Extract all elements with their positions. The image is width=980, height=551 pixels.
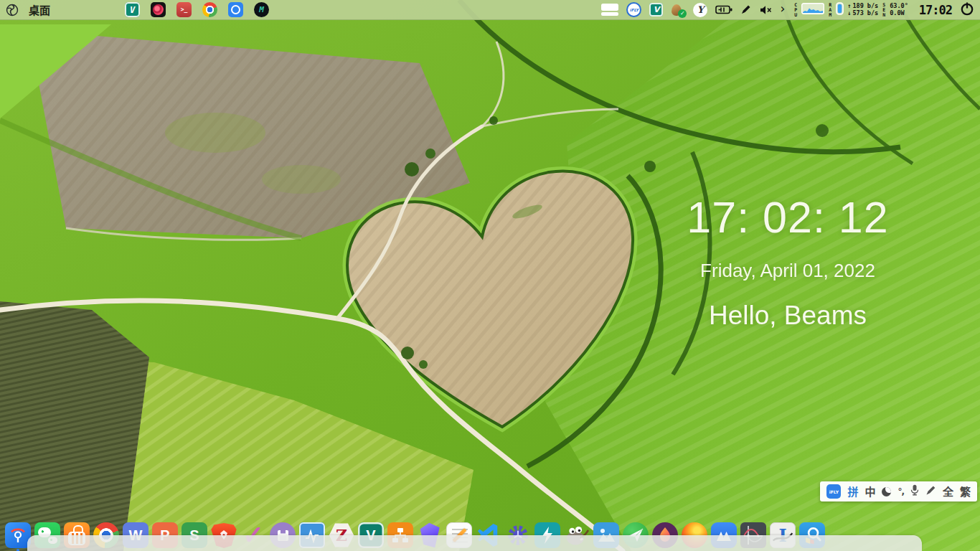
clock-greeting: Hello, Beams xyxy=(666,301,910,331)
sensor-label: SEN xyxy=(882,2,886,17)
top-panel: 桌面 V >_ M iFLY V ✓ Y › xyxy=(0,0,980,20)
tray-expand-icon[interactable]: › xyxy=(780,3,785,17)
punctuation-mode-button[interactable]: °, xyxy=(897,486,904,496)
chrome-icon[interactable] xyxy=(202,2,217,17)
power-draw-value: 0.0W xyxy=(890,10,908,17)
desktop-clock-widget: 17: 02: 12 Friday, April 01, 2022 Hello,… xyxy=(666,192,910,331)
cpu-label: CPU xyxy=(793,2,798,17)
desktop: 桌面 V >_ M iFLY V ✓ Y › xyxy=(0,0,980,551)
keyboard-icon[interactable] xyxy=(601,4,618,16)
dark-mode-moon-icon[interactable] xyxy=(882,487,891,496)
icon-glyph: Y xyxy=(697,4,704,15)
ifly-input-icon[interactable]: iFLY xyxy=(626,2,641,17)
nutstore-sync-icon[interactable]: ✓ xyxy=(671,3,685,17)
mail-icon[interactable]: M xyxy=(254,2,269,17)
power-button-icon[interactable] xyxy=(960,1,974,19)
vnote-icon[interactable]: V xyxy=(125,2,140,17)
icon-glyph: V xyxy=(654,5,660,14)
fullwidth-mode-button[interactable]: 全 xyxy=(943,486,953,497)
sync-check-badge: ✓ xyxy=(678,9,687,18)
screenshot-icon[interactable] xyxy=(228,2,243,17)
system-stats: CPU RAM ↑189 b/s ↓573 b/s SEN 63.0° 0.0W… xyxy=(793,1,974,19)
cpu-graph[interactable] xyxy=(801,3,824,17)
icon-glyph: >_ xyxy=(181,6,188,13)
ram-label: RAM xyxy=(828,2,832,17)
network-speed[interactable]: ↑189 b/s ↓573 b/s xyxy=(847,3,878,17)
handwriting-pen-icon[interactable] xyxy=(925,485,936,499)
panel-clock[interactable]: 17:02 xyxy=(919,3,952,17)
terminal-icon[interactable]: >_ xyxy=(176,2,192,17)
input-method-bar: iFLY 拼 中 °, 全 繁 xyxy=(820,481,977,501)
volume-muted-icon[interactable] xyxy=(759,5,772,15)
pinyin-mode-button[interactable]: 拼 xyxy=(847,486,858,497)
vnote-tray-icon[interactable]: V xyxy=(649,3,663,17)
photo-swirl-icon[interactable] xyxy=(151,2,166,17)
active-app-title: 桌面 xyxy=(29,2,50,17)
icon-glyph: iFLY xyxy=(630,8,639,12)
clock-time: 17: 02: 12 xyxy=(666,192,910,242)
traditional-mode-button[interactable]: 繁 xyxy=(960,486,971,497)
ifly-logo-icon[interactable]: iFLY xyxy=(826,484,841,499)
download-arrow-icon: ↓ xyxy=(847,10,851,17)
sensor-readings[interactable]: 63.0° 0.0W xyxy=(890,3,908,17)
chinese-mode-button[interactable]: 中 xyxy=(864,486,875,497)
voice-input-icon[interactable] xyxy=(910,484,919,499)
system-tray: iFLY V ✓ Y › xyxy=(601,2,785,17)
icon-glyph: V xyxy=(130,5,135,15)
ram-bar[interactable] xyxy=(836,2,844,18)
dock xyxy=(27,535,922,551)
clock-date: Friday, April 01, 2022 xyxy=(666,260,910,282)
running-apps: V >_ M xyxy=(125,2,269,17)
stylus-icon[interactable] xyxy=(740,4,751,15)
icon-glyph: M xyxy=(259,5,264,14)
y-logo-icon[interactable]: Y xyxy=(693,3,707,17)
battery-plugged-icon[interactable] xyxy=(715,5,732,14)
distro-logo-icon[interactable] xyxy=(6,4,19,17)
download-speed: 573 b/s xyxy=(852,10,878,17)
